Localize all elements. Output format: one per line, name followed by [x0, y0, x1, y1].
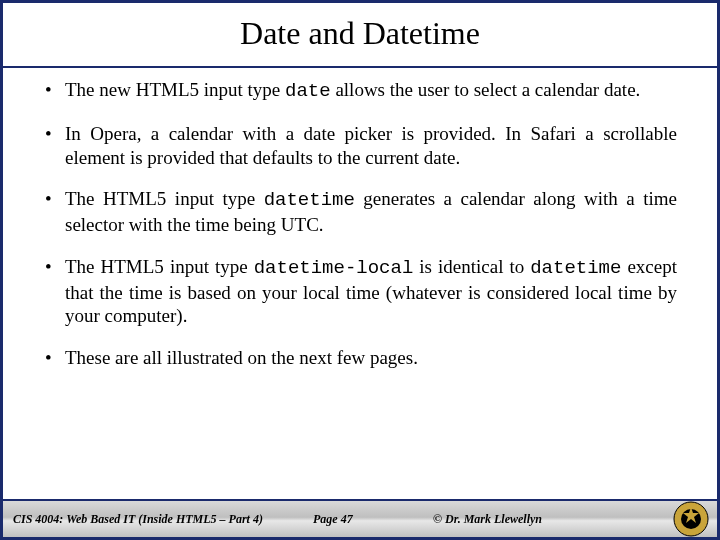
list-item: The HTML5 input type datetime generates …: [43, 187, 677, 237]
footer-copyright: © Dr. Mark Llewellyn: [433, 512, 613, 527]
code-text: datetime: [530, 257, 621, 279]
slide-title: Date and Datetime: [3, 3, 717, 68]
code-text: datetime-local: [254, 257, 414, 279]
bullet-list: The new HTML5 input type date allows the…: [43, 78, 677, 370]
code-text: date: [285, 80, 331, 102]
bullet-text: is identical to: [413, 256, 530, 277]
list-item: The new HTML5 input type date allows the…: [43, 78, 677, 104]
slide-footer: CIS 4004: Web Based IT (Inside HTML5 – P…: [3, 499, 717, 537]
code-text: datetime: [264, 189, 355, 211]
footer-page: Page 47: [313, 512, 433, 527]
bullet-text: In Opera, a calendar with a date picker …: [65, 123, 677, 168]
list-item: The HTML5 input type datetime-local is i…: [43, 255, 677, 328]
bullet-text: allows the user to select a calendar dat…: [331, 79, 641, 100]
list-item: These are all illustrated on the next fe…: [43, 346, 677, 370]
ucf-logo-icon: [673, 501, 709, 537]
list-item: In Opera, a calendar with a date picker …: [43, 122, 677, 170]
bullet-text: The HTML5 input type: [65, 256, 254, 277]
slide-content: The new HTML5 input type date allows the…: [3, 68, 717, 499]
footer-course: CIS 4004: Web Based IT (Inside HTML5 – P…: [13, 512, 313, 527]
bullet-text: The HTML5 input type: [65, 188, 264, 209]
bullet-text: The new HTML5 input type: [65, 79, 285, 100]
slide: Date and Datetime The new HTML5 input ty…: [0, 0, 720, 540]
bullet-text: These are all illustrated on the next fe…: [65, 347, 418, 368]
